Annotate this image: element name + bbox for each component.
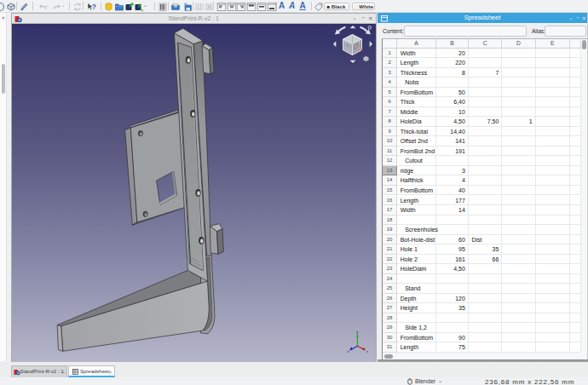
svg-text:x: x (347, 349, 349, 353)
svg-text:y: y (356, 330, 358, 334)
svg-text:?: ? (92, 3, 97, 11)
svg-text:x: x (366, 349, 368, 353)
